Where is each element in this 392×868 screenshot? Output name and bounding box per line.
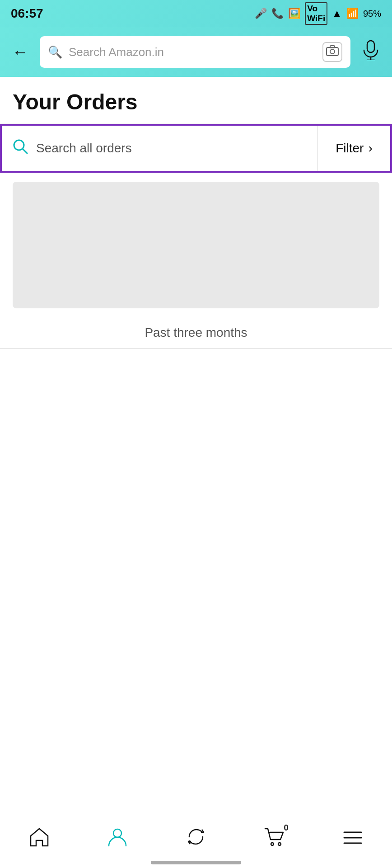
battery-icon: 95% — [363, 9, 381, 19]
status-time: 06:57 — [11, 6, 43, 21]
menu-icon — [342, 828, 363, 850]
chevron-right-icon: › — [368, 141, 372, 156]
status-icons: 🎤 📞 🖼️ VoWiFi ▲ 📶 95% — [255, 2, 381, 25]
cart-badge: 0 — [284, 823, 289, 833]
svg-rect-3 — [367, 41, 374, 52]
page-title-bar: Your Orders — [0, 77, 392, 124]
mic-button[interactable] — [359, 40, 383, 64]
svg-line-7 — [23, 149, 27, 153]
amazon-search-bar[interactable]: 🔍 Search Amazon.in — [40, 36, 350, 68]
svg-point-9 — [271, 843, 274, 845]
gesture-bar — [151, 861, 241, 864]
mic-icon — [363, 40, 379, 64]
nav-returns[interactable] — [157, 814, 235, 863]
vowifi-icon: VoWiFi — [305, 2, 327, 25]
bottom-nav: 0 — [0, 814, 392, 868]
svg-point-1 — [330, 49, 335, 54]
image-status-icon: 🖼️ — [288, 8, 300, 19]
cart-icon — [264, 827, 285, 851]
svg-point-8 — [113, 829, 121, 837]
returns-icon — [186, 827, 206, 851]
orders-search-placeholder: Search all orders — [36, 141, 132, 156]
home-icon — [29, 827, 50, 851]
filter-label: Filter — [336, 141, 364, 156]
filter-tab-row[interactable]: Past three months — [0, 317, 392, 349]
content-area: Past three months — [0, 182, 392, 755]
page-title: Your Orders — [13, 90, 379, 114]
nav-cart[interactable]: 0 — [235, 814, 314, 863]
phone-status-icon: 📞 — [271, 8, 284, 19]
filter-tab-label: Past three months — [145, 326, 247, 340]
svg-rect-2 — [330, 46, 335, 48]
nav-menu[interactable] — [313, 814, 392, 863]
search-bar-placeholder: Search Amazon.in — [69, 45, 316, 59]
orders-search-bar[interactable]: Search all orders Filter › — [2, 126, 390, 171]
back-button[interactable]: ← — [9, 41, 32, 63]
status-bar: 06:57 🎤 📞 🖼️ VoWiFi ▲ 📶 95% — [0, 0, 392, 27]
wifi-icon: ▲ — [332, 8, 342, 19]
nav-account[interactable] — [79, 814, 157, 863]
skeleton-loader — [13, 182, 379, 308]
search-icon: 🔍 — [48, 45, 62, 59]
svg-point-10 — [278, 843, 281, 845]
back-arrow-icon: ← — [12, 42, 28, 61]
mic-status-icon: 🎤 — [255, 8, 267, 19]
orders-search-icon — [13, 139, 28, 158]
app-bar: ← 🔍 Search Amazon.in — [0, 27, 392, 77]
orders-search-input[interactable]: Search all orders — [2, 126, 318, 171]
empty-content-area — [0, 349, 392, 755]
camera-icon — [326, 45, 339, 59]
cart-wrapper: 0 — [264, 827, 285, 851]
signal-icon: 📶 — [346, 8, 359, 19]
filter-button[interactable]: Filter › — [318, 126, 390, 171]
svg-rect-0 — [327, 47, 338, 56]
account-icon — [107, 827, 128, 851]
orders-search-wrapper: Search all orders Filter › — [0, 124, 392, 173]
camera-search-button[interactable] — [322, 42, 342, 62]
nav-home[interactable] — [0, 814, 79, 863]
